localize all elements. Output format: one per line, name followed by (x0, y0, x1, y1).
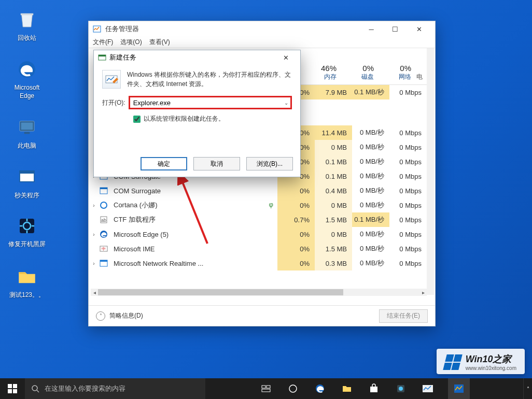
cell-mem: 7.9 MB (315, 85, 352, 99)
maximize-button[interactable]: ☐ (383, 21, 407, 37)
cell-mem: 1.5 MB (315, 241, 352, 256)
vertical-scrollbar[interactable] (427, 48, 434, 295)
recycle-bin-icon (15, 7, 39, 32)
menu-file[interactable]: 文件(F) (93, 38, 113, 47)
dialog-close-button[interactable]: ✕ (275, 50, 296, 65)
cell-cpu: 0% (277, 227, 315, 241)
tray-expand-button[interactable]: ˄ (523, 378, 532, 399)
svg-rect-2 (21, 122, 33, 130)
leaf-badge-icon: φ (269, 201, 273, 208)
process-icon (99, 186, 108, 195)
cell-mem: 0 MB (315, 227, 352, 241)
desktop-icon-folder-test[interactable]: 测试123。。 (6, 264, 48, 300)
admin-checkbox[interactable] (133, 116, 141, 123)
minimize-button[interactable]: ─ (359, 21, 383, 37)
desktop-icon-quick-close[interactable]: 秒关程序 (6, 165, 48, 200)
open-input[interactable] (130, 97, 290, 108)
col-memory[interactable]: 46%内存 (304, 64, 342, 81)
close-button[interactable]: ✕ (407, 21, 431, 37)
scroll-left-icon[interactable]: ◂ (91, 289, 98, 296)
table-row[interactable]: abCTF 加载程序0.7%1.5 MB0.1 MB/秒0 Mbps (89, 212, 435, 227)
svg-rect-36 (262, 389, 270, 392)
cell-disk: 0.1 MB/秒 (352, 212, 389, 227)
table-row[interactable]: COM Surrogate0%0.4 MB0 MB/秒0 Mbps (89, 183, 435, 198)
fewer-details-icon[interactable]: ˄ (96, 311, 105, 321)
title-bar[interactable]: 任务管理器 ─ ☐ ✕ (89, 21, 435, 37)
window-icon (15, 165, 39, 190)
desktop-icon-recycle-bin[interactable]: 回收站 (6, 7, 48, 42)
column-headers: 46%内存 0%磁盘 0%网络 电 (304, 48, 427, 84)
expand-icon[interactable]: › (89, 232, 99, 237)
taskbar-search[interactable]: 在这里输入你要搜索的内容 (25, 378, 205, 399)
desktop-icon-label: 此电脑 (6, 142, 48, 150)
cell-mem: 0.4 MB (315, 183, 352, 198)
folder-icon (15, 264, 39, 289)
col-disk[interactable]: 0%磁盘 (342, 64, 379, 81)
end-task-button[interactable]: 结束任务(E) (379, 309, 428, 323)
cell-mem: 0.1 MB (315, 169, 352, 183)
browse-button[interactable]: 浏览(B)... (246, 157, 293, 170)
desktop-icon-this-pc[interactable]: 此电脑 (6, 115, 48, 150)
dropdown-arrow-icon[interactable]: ⌄ (284, 100, 288, 106)
taskbar-explorer-icon[interactable] (340, 382, 354, 395)
dialog-title-bar[interactable]: 新建任务 ✕ (94, 50, 300, 65)
svg-rect-26 (100, 260, 107, 262)
taskbar-app1-icon[interactable] (394, 382, 408, 395)
start-button[interactable] (0, 378, 25, 399)
process-name: COM Surrogate (111, 187, 277, 195)
open-combobox[interactable]: ⌄ (129, 96, 292, 109)
cell-net: 0 Mbps (389, 169, 427, 183)
taskbar-app2-icon[interactable] (421, 382, 435, 395)
process-icon (99, 201, 108, 210)
cell-net: 0 Mbps (389, 183, 427, 198)
new-task-dialog: 新建任务 ✕ Windows 将根据你所键入的名称，为你打开相应的程序、文件夹、… (93, 50, 301, 177)
dialog-title: 新建任务 (109, 53, 136, 62)
svg-text:中: 中 (102, 247, 106, 251)
process-name: Microsoft Network Realtime ... (111, 260, 277, 267)
svg-text:ab: ab (101, 218, 106, 223)
cancel-button[interactable]: 取消 (193, 157, 240, 170)
taskbar-store-icon[interactable] (367, 382, 381, 395)
cell-mem: 11.4 MB (315, 125, 352, 140)
cell-net: 0 Mbps (389, 140, 427, 154)
taskbar-edge-icon[interactable] (313, 382, 327, 395)
search-placeholder: 在这里输入你要搜索的内容 (45, 384, 125, 393)
scrollbar-thumb[interactable] (91, 289, 343, 295)
process-icon (99, 230, 108, 239)
computer-icon (15, 115, 39, 140)
horizontal-scrollbar[interactable]: ◂ ▸ (91, 289, 427, 296)
svg-point-19 (101, 202, 107, 208)
table-row[interactable]: ›Microsoft Network Realtime ...0%0.3 MB0… (89, 256, 435, 270)
svg-rect-3 (24, 132, 30, 134)
cortana-icon[interactable] (286, 382, 300, 395)
menu-view[interactable]: 查看(V) (149, 38, 170, 47)
svg-rect-28 (99, 55, 106, 56)
cell-cpu: 0% (277, 241, 315, 256)
desktop-icon-edge[interactable]: Microsoft Edge (6, 57, 48, 100)
table-row[interactable]: 中Microsoft IME0%1.5 MB0 MB/秒0 Mbps (89, 241, 435, 256)
table-row[interactable]: ›Microsoft Edge (5)0%0 MB0 MB/秒0 Mbps (89, 227, 435, 241)
scroll-right-icon[interactable]: ▸ (419, 289, 427, 296)
ok-button[interactable]: 确定 (141, 157, 187, 170)
cell-mem: 0.3 MB (315, 256, 352, 270)
expand-icon[interactable]: › (89, 261, 99, 266)
process-name: CTF 加载程序 (111, 215, 277, 224)
run-large-icon (102, 70, 121, 89)
menu-options[interactable]: 选项(O) (120, 38, 142, 47)
desktop-icon-label: 测试123。。 (6, 291, 48, 300)
expand-icon[interactable]: › (89, 203, 99, 208)
admin-checkbox-label[interactable]: 以系统管理权限创建此任务。 (144, 115, 225, 123)
taskbar-task-manager-icon[interactable] (448, 378, 470, 399)
cell-net: 0 Mbps (389, 212, 427, 227)
windows-start-icon (8, 384, 17, 393)
col-extra[interactable]: 电 (416, 73, 427, 81)
cell-mem: 0 MB (315, 140, 352, 154)
col-network[interactable]: 0%网络 (379, 64, 416, 81)
fewer-details-label[interactable]: 简略信息(D) (109, 311, 143, 320)
watermark: Win10之家www.win10xitong.com (437, 349, 525, 374)
table-row[interactable]: ›Cortana (小娜)φ0%0 MB0 MB/秒0 Mbps (89, 198, 435, 212)
desktop-icon-fix-boot[interactable]: 修复开机黑屏 (6, 213, 48, 249)
task-view-icon[interactable] (259, 382, 273, 395)
desktop-icon-label: Microsoft Edge (6, 84, 48, 100)
cell-net: 0 Mbps (389, 125, 427, 140)
